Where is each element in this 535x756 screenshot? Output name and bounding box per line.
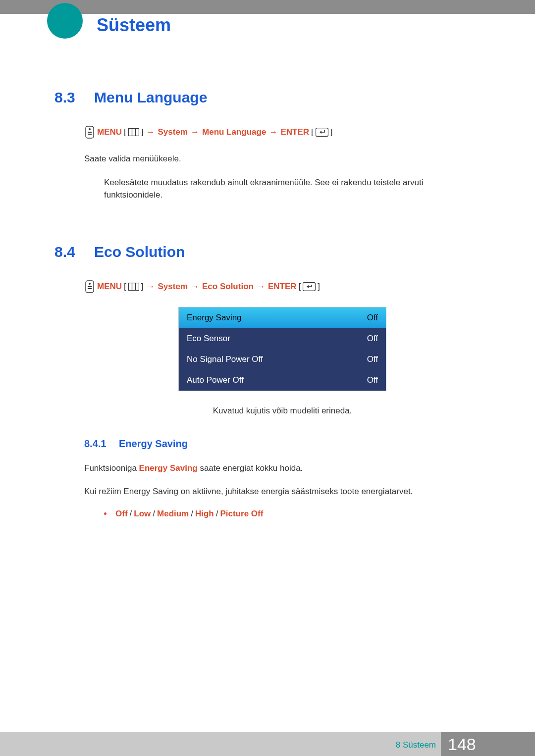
svg-rect-2 xyxy=(88,132,92,133)
path-open-bracket: [ xyxy=(124,282,126,292)
option-separator: / xyxy=(128,509,134,519)
path-menu-label: MENU xyxy=(97,127,122,137)
options-bullet: Off / Low / Medium / High / Picture Off xyxy=(104,509,481,519)
bullet-dot-icon xyxy=(104,512,107,515)
subsection-heading-8-4-1: 8.4.1 Energy Saving xyxy=(84,438,481,450)
section-title: Menu Language xyxy=(94,89,207,106)
text-highlight: Energy Saving xyxy=(139,463,198,473)
section-heading-8-3: 8.3 Menu Language xyxy=(54,89,481,106)
path-open-bracket: [ xyxy=(311,127,314,137)
svg-point-9 xyxy=(89,283,91,285)
osd-row-value: Off xyxy=(367,313,378,323)
chapter-title: Süsteem xyxy=(97,15,171,36)
footer-right-box: 148 xyxy=(441,732,535,756)
option-medium: Medium xyxy=(157,509,189,519)
menu-grid-icon xyxy=(128,283,139,291)
path-close-bracket: ] xyxy=(318,282,320,292)
osd-row-label: No Signal Power Off xyxy=(187,354,263,364)
option-low: Low xyxy=(134,509,151,519)
text-pre: Funktsiooniga xyxy=(84,463,139,473)
section-number: 8.4 xyxy=(54,244,94,260)
section-title: Eco Solution xyxy=(94,244,185,260)
osd-row-value: Off xyxy=(367,375,378,385)
menu-grid-icon xyxy=(128,128,139,136)
footer-left-bar xyxy=(0,732,441,756)
svg-rect-12 xyxy=(128,283,139,290)
svg-rect-3 xyxy=(88,134,92,135)
section-8-3-body: MENU [ ] → System → Menu Language → ENTE… xyxy=(84,126,481,202)
subsection-title: Energy Saving xyxy=(119,438,188,450)
option-separator: / xyxy=(214,509,220,519)
path-close-bracket: ] xyxy=(141,127,144,137)
remote-icon xyxy=(84,126,95,139)
chapter-circle-decor xyxy=(47,3,83,39)
para-8-4-1-a: Funktsiooniga Energy Saving saate energi… xyxy=(84,462,481,475)
option-separator: / xyxy=(151,509,157,519)
path-close-bracket: ] xyxy=(141,282,144,292)
menu-path-8-3: MENU [ ] → System → Menu Language → ENTE… xyxy=(84,126,481,139)
path-close-bracket: ] xyxy=(330,127,333,137)
osd-row-auto-power-off: Auto Power Off Off xyxy=(179,370,386,391)
osd-row-energy-saving: Energy Saving Off xyxy=(179,307,386,328)
path-item: Eco Solution xyxy=(202,282,254,292)
subsection-8-4-1-body: Funktsiooniga Energy Saving saate energi… xyxy=(84,462,481,519)
path-arrow: → xyxy=(190,127,200,137)
osd-row-label: Energy Saving xyxy=(187,313,242,323)
osd-row-value: Off xyxy=(367,334,378,344)
page-number: 148 xyxy=(448,735,476,754)
path-arrow: → xyxy=(190,282,200,292)
path-arrow: → xyxy=(268,127,278,137)
path-open-bracket: [ xyxy=(299,282,301,292)
path-menu-label: MENU xyxy=(97,282,122,292)
path-open-bracket: [ xyxy=(124,127,126,137)
osd-eco-solution-table: Energy Saving Off Eco Sensor Off No Sign… xyxy=(178,307,386,391)
svg-rect-10 xyxy=(88,286,92,287)
osd-row-eco-sensor: Eco Sensor Off xyxy=(179,328,386,349)
osd-row-label: Auto Power Off xyxy=(187,375,244,385)
option-picture-off: Picture Off xyxy=(220,509,264,519)
path-item: Menu Language xyxy=(202,127,266,137)
option-off: Off xyxy=(115,509,128,519)
menu-path-8-4: MENU [ ] → System → Eco Solution → ENTER… xyxy=(84,280,481,293)
osd-row-value: Off xyxy=(367,354,378,364)
enter-icon xyxy=(303,282,316,291)
note-8-3: Keelesätete muudatus rakendub ainult ekr… xyxy=(104,176,481,202)
para-8-4-1-b: Kui režiim Energy Saving on aktiivne, ju… xyxy=(84,485,481,498)
page-content: 8.3 Menu Language MENU [ ] → System → Me… xyxy=(0,89,535,519)
path-system: System xyxy=(158,127,188,137)
text-post: saate energiat kokku hoida. xyxy=(198,463,303,473)
path-enter-label: ENTER xyxy=(280,127,309,137)
option-separator: / xyxy=(189,509,195,519)
path-arrow: → xyxy=(256,282,266,292)
osd-caption: Kuvatud kujutis võib mudeliti erineda. xyxy=(84,406,481,416)
remote-icon xyxy=(84,280,95,293)
footer-chapter-label: 8 Süsteem xyxy=(396,740,436,750)
section-number: 8.3 xyxy=(54,89,94,106)
section-8-4-body: MENU [ ] → System → Eco Solution → ENTER… xyxy=(84,280,481,416)
osd-row-no-signal: No Signal Power Off Off xyxy=(179,349,386,370)
path-system: System xyxy=(158,282,188,292)
page-footer: 148 8 Süsteem xyxy=(0,732,535,756)
path-arrow: → xyxy=(146,127,156,137)
enter-icon xyxy=(316,128,328,137)
svg-point-1 xyxy=(89,128,91,130)
para-8-3-1: Saate valida menüükeele. xyxy=(84,152,481,165)
svg-rect-11 xyxy=(88,288,92,289)
path-enter-label: ENTER xyxy=(268,282,297,292)
osd-row-label: Eco Sensor xyxy=(187,334,230,344)
svg-rect-4 xyxy=(128,129,139,136)
subsection-number: 8.4.1 xyxy=(84,438,119,450)
option-high: High xyxy=(195,509,214,519)
path-arrow: → xyxy=(146,282,156,292)
section-heading-8-4: 8.4 Eco Solution xyxy=(54,244,481,260)
